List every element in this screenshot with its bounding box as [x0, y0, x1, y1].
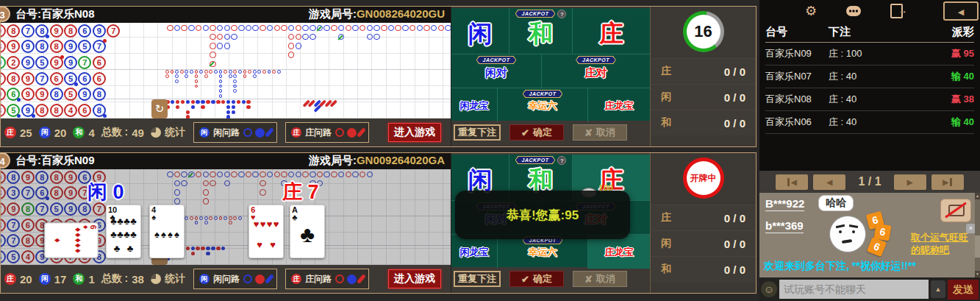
- bet-player-cell[interactable]: 闲: [451, 8, 509, 54]
- road-cell: [224, 25, 231, 32]
- bead-cell: 8: [50, 40, 63, 53]
- banker-ask-road-button[interactable]: 庄 庄问路: [285, 269, 369, 289]
- jackpot-badge: JACKPOT: [476, 56, 517, 64]
- bet-tie-cell[interactable]: JACKPOT ? 和: [509, 8, 572, 54]
- game-round-id: 游戏局号:GN009264020GA: [309, 154, 445, 168]
- bead-cell: 9: [21, 104, 35, 117]
- nickname-tip[interactable]: 取个运气旺旺的昵称吧: [911, 231, 974, 256]
- enter-game-button[interactable]: 进入游戏: [388, 269, 441, 288]
- bead-cell: 5: [64, 72, 77, 85]
- exit-door-icon[interactable]: [890, 4, 903, 18]
- bet-lucky6-cell[interactable]: JACKPOT 幸运六: [497, 235, 587, 269]
- bead-cell: 8: [7, 72, 20, 85]
- road-cell: [191, 100, 196, 105]
- banker-score-overlay: 庄 7: [282, 179, 319, 205]
- total-label: 总数 :: [101, 126, 129, 139]
- road-cell: [388, 25, 395, 32]
- expand-up-icon[interactable]: ▲: [931, 280, 945, 298]
- player-count: 20: [54, 127, 67, 139]
- road-cell: [417, 25, 423, 32]
- player-ask-road-button[interactable]: 闲 闲问路: [193, 122, 277, 143]
- collapse-sidebar-button[interactable]: ◀: [943, 1, 979, 21]
- check-icon: ✔: [521, 127, 529, 138]
- road-cell: [238, 25, 245, 32]
- settings-gear-icon[interactable]: ⚙: [805, 4, 817, 18]
- road-cell: [226, 110, 231, 115]
- bead-cell: 8: [50, 88, 63, 101]
- game-round-label: 游戏局号:: [309, 154, 357, 166]
- bet-player-dragon-cell[interactable]: 闲龙宝: [451, 88, 497, 122]
- bet-banker-dragon-cell[interactable]: 庄龙宝: [587, 235, 650, 269]
- bead-cell: 8: [50, 104, 63, 117]
- road-cell: [253, 74, 257, 78]
- banker-ask-road-button[interactable]: 庄 庄问路: [285, 122, 369, 143]
- bead-cell: 6: [78, 24, 91, 38]
- road-cell: [219, 89, 223, 93]
- player-ask-road-label: 闲问路: [213, 127, 240, 139]
- confirm-bet-button[interactable]: ✔ 确定: [509, 271, 564, 287]
- bead-cell: 9: [1, 24, 6, 38]
- sidebar: ⚙ ◀ 台号 下注 派彩 百家乐N09庄 : 100赢 95百家乐N07庄 : …: [759, 0, 980, 301]
- road-cell: [445, 25, 451, 32]
- confirm-bet-button[interactable]: ✔ 确定: [509, 124, 564, 141]
- road-cell: [373, 34, 380, 40]
- road-cell: [302, 25, 309, 32]
- player-ask-road-label: 闲问路: [213, 273, 240, 286]
- scrollbar-thumb[interactable]: [975, 236, 980, 258]
- scroll-up-icon[interactable]: ▲: [975, 193, 980, 199]
- repeat-bet-button[interactable]: 重复下注: [454, 271, 501, 287]
- bead-cell: 9: [21, 56, 35, 69]
- bet-player-pair-cell[interactable]: JACKPOT 闲对: [451, 54, 541, 88]
- chat-message-bubble: 哈哈: [818, 195, 854, 211]
- pagination-bar: ◀ ◀ 1 / 1 ▶ ▶: [759, 171, 980, 193]
- help-icon[interactable]: ?: [557, 156, 566, 165]
- prev-page-button[interactable]: ◀: [813, 174, 845, 190]
- cancel-bet-button[interactable]: ✘ 取消: [573, 271, 627, 287]
- road-cell: [395, 25, 401, 32]
- chat-disabled-icon[interactable]: [940, 199, 971, 222]
- emoji-icon[interactable]: ☺: [761, 281, 777, 297]
- chat-scrollbar[interactable]: ▲ ▼: [975, 193, 980, 277]
- bet-banker-cell[interactable]: 庄: [572, 8, 650, 54]
- road-cell: [214, 70, 218, 74]
- slash-blue-icon: [265, 274, 274, 284]
- enter-game-button[interactable]: 进入游戏: [388, 123, 441, 142]
- total-label: 总数 :: [101, 272, 129, 286]
- chat-bubble-icon[interactable]: [846, 6, 861, 16]
- record-result: 输 40: [926, 116, 974, 129]
- chat-area: B***922 哈哈 b***369 666 × 取个运气旺旺的昵称吧 欢迎来到…: [759, 193, 980, 277]
- bead-cell: 6: [50, 72, 63, 85]
- road-cell: [217, 34, 223, 40]
- last-page-button[interactable]: ▶: [931, 174, 964, 190]
- send-button[interactable]: 发送: [948, 280, 979, 300]
- bead-cell: 8: [35, 104, 49, 117]
- cancel-bet-button[interactable]: ✘ 取消: [573, 124, 627, 141]
- road-cell: [175, 74, 179, 78]
- chat-input[interactable]: [779, 280, 929, 299]
- bet-banker-pair-cell[interactable]: JACKPOT 庄对: [541, 54, 650, 88]
- next-page-button[interactable]: ▶: [894, 174, 926, 190]
- road-cell: [288, 43, 295, 49]
- road-cell: [165, 70, 169, 74]
- bead-cell: 7: [21, 24, 35, 38]
- refresh-road-icon[interactable]: ↻: [151, 99, 168, 118]
- bet-banker-dragon-cell[interactable]: 庄龙宝: [587, 88, 650, 122]
- repeat-bet-button[interactable]: 重复下注: [454, 124, 501, 141]
- player-ask-road-button[interactable]: 闲 闲问路: [193, 269, 277, 289]
- statistics-label[interactable]: 统计: [165, 126, 185, 139]
- tie-count: 4: [88, 127, 94, 139]
- bet-lucky6-cell[interactable]: JACKPOT 幸运六: [497, 88, 587, 122]
- bet-player-dragon-cell[interactable]: 闲龙宝: [451, 235, 497, 269]
- bet-banker-dragon-label: 庄龙宝: [605, 100, 634, 112]
- help-icon[interactable]: ?: [557, 10, 566, 18]
- playing-card: 4♠♠♠♠♠: [149, 205, 185, 258]
- first-page-button[interactable]: ◀: [776, 174, 808, 190]
- road-cell: [171, 100, 175, 105]
- solid-blue-icon: [347, 275, 357, 284]
- road-cell: [226, 100, 231, 105]
- statistics-pie-icon[interactable]: [151, 274, 161, 284]
- statistics-label[interactable]: 统计: [165, 272, 185, 286]
- statistics-pie-icon[interactable]: [151, 127, 161, 138]
- scroll-down-icon[interactable]: ▼: [975, 271, 980, 277]
- slash-red-icon: [357, 127, 366, 138]
